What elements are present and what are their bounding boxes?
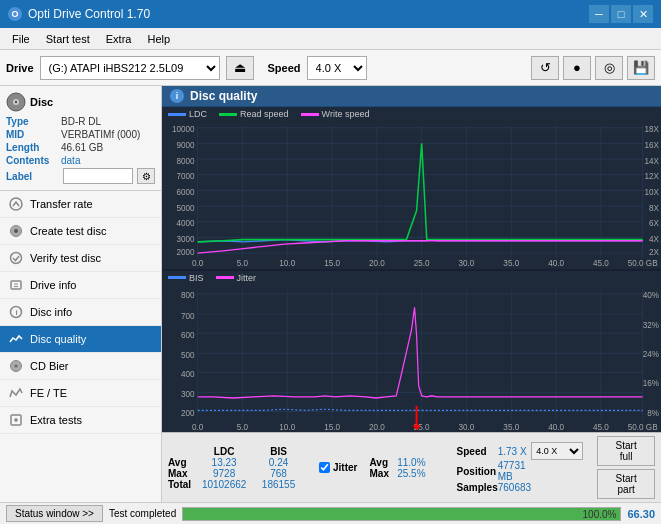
svg-text:45.0: 45.0 (593, 422, 609, 430)
disc-contents-row: Contents data (6, 155, 155, 166)
disc-icon (6, 92, 26, 112)
svg-text:35.0: 35.0 (503, 258, 519, 266)
disc-label-input[interactable] (63, 168, 133, 184)
jitter-max: 25.5% (397, 468, 442, 479)
refresh-button[interactable]: ↺ (531, 56, 559, 80)
sidebar-item-transfer-rate[interactable]: Transfer rate (0, 191, 161, 218)
svg-text:16%: 16% (643, 377, 660, 387)
score-value: 66.30 (627, 508, 655, 520)
svg-text:6000: 6000 (176, 187, 194, 197)
sidebar-item-fe-te[interactable]: FE / TE (0, 380, 161, 407)
create-test-disc-label: Create test disc (30, 225, 106, 237)
sidebar-item-cd-bier[interactable]: CD Bier (0, 353, 161, 380)
menu-help[interactable]: Help (139, 31, 178, 47)
progress-bar-container: 100.0% (182, 507, 621, 521)
menu-extra[interactable]: Extra (98, 31, 140, 47)
speed-select[interactable]: 4.0 X (307, 56, 367, 80)
cd-bier-icon (8, 358, 24, 374)
label-label: Label (6, 171, 59, 182)
position-val: 47731 MB (498, 460, 532, 482)
sidebar-item-drive-info[interactable]: Drive info (0, 272, 161, 299)
samples-label: Samples (457, 482, 498, 493)
svg-text:i: i (16, 308, 18, 317)
disc-info-label: Disc info (30, 306, 72, 318)
fe-te-icon (8, 385, 24, 401)
jitter-checkbox[interactable] (319, 462, 330, 473)
disc-label-row: Label ⚙ (6, 168, 155, 184)
sidebar-item-extra-tests[interactable]: Extra tests (0, 407, 161, 434)
extra-tests-label: Extra tests (30, 414, 82, 426)
chart1-svg: 10000 9000 8000 7000 6000 5000 4000 3000… (162, 121, 661, 267)
jitter-section: Jitter (319, 462, 357, 473)
svg-text:2X: 2X (649, 247, 659, 257)
svg-point-13 (15, 365, 18, 368)
burn-button[interactable]: ● (563, 56, 591, 80)
bis-legend-color (168, 276, 186, 279)
chart1-wrapper: LDC Read speed Write speed 10000 (162, 107, 661, 271)
disc-mid-row: MID VERBATIMf (000) (6, 129, 155, 140)
svg-text:10X: 10X (644, 187, 659, 197)
svg-text:600: 600 (181, 329, 195, 339)
svg-text:0.0: 0.0 (192, 258, 204, 266)
svg-text:5.0: 5.0 (237, 258, 249, 266)
menu-start-test[interactable]: Start test (38, 31, 98, 47)
close-button[interactable]: ✕ (633, 5, 653, 23)
sidebar-item-disc-info[interactable]: i Disc info (0, 299, 161, 326)
svg-text:800: 800 (181, 290, 195, 300)
ldc-avg: 13.23 (196, 457, 252, 468)
cd-bier-label: CD Bier (30, 360, 69, 372)
svg-text:14X: 14X (644, 155, 659, 165)
toolbar-icons: ↺ ● ◎ 💾 (531, 56, 655, 80)
verify-test-disc-label: Verify test disc (30, 252, 101, 264)
mid-label: MID (6, 129, 61, 140)
svg-rect-7 (11, 281, 21, 289)
bis-avg: 0.24 (252, 457, 305, 468)
total-label: Total (168, 479, 196, 490)
sidebar-item-create-test-disc[interactable]: Create test disc (0, 218, 161, 245)
ldc-total: 10102662 (196, 479, 252, 490)
status-window-button[interactable]: Status window >> (6, 505, 103, 522)
speed-dropdown[interactable]: 4.0 X (531, 442, 583, 460)
disc-quality-icon (8, 331, 24, 347)
action-buttons: Start full Start part (597, 436, 655, 499)
contents-value: data (61, 155, 80, 166)
menu-file[interactable]: File (4, 31, 38, 47)
main-area: Disc Type BD-R DL MID VERBATIMf (000) Le… (0, 86, 661, 502)
minimize-button[interactable]: ─ (589, 5, 609, 23)
speed-stat-label: Speed (457, 442, 498, 460)
save-button[interactable]: 💾 (627, 56, 655, 80)
start-part-button[interactable]: Start part (597, 469, 655, 499)
transfer-rate-icon (8, 196, 24, 212)
chart2-legend: BIS Jitter (162, 271, 661, 285)
erase-button[interactable]: ◎ (595, 56, 623, 80)
progress-bar-fill (183, 508, 620, 520)
sidebar-item-verify-test-disc[interactable]: Verify test disc (0, 245, 161, 272)
svg-text:35.0: 35.0 (503, 422, 519, 430)
svg-text:50.0 GB: 50.0 GB (628, 422, 658, 430)
maximize-button[interactable]: □ (611, 5, 631, 23)
jitter-avg-label: Avg (369, 457, 397, 468)
svg-text:10.0: 10.0 (279, 422, 295, 430)
drive-select[interactable]: (G:) ATAPI iHBS212 2.5L09 (40, 56, 220, 80)
svg-text:30.0: 30.0 (459, 258, 475, 266)
bis-legend: BIS (168, 273, 204, 283)
transfer-rate-label: Transfer rate (30, 198, 93, 210)
app-icon: O (8, 7, 22, 21)
write-speed-legend-label: Write speed (322, 109, 370, 119)
chart2-svg: 800 700 600 500 400 300 200 40% 32% 24% … (162, 285, 661, 431)
jitter-legend-label: Jitter (237, 273, 257, 283)
disc-label-button[interactable]: ⚙ (137, 168, 155, 184)
bis-legend-label: BIS (189, 273, 204, 283)
svg-text:5000: 5000 (176, 202, 194, 212)
disc-length-row: Length 46.61 GB (6, 142, 155, 153)
svg-text:6X: 6X (649, 218, 659, 228)
dq-icon: i (170, 89, 184, 103)
eject-button[interactable]: ⏏ (226, 56, 254, 80)
svg-text:8000: 8000 (176, 155, 194, 165)
start-full-button[interactable]: Start full (597, 436, 655, 466)
max-label: Max (168, 468, 196, 479)
length-label: Length (6, 142, 61, 153)
svg-text:10.0: 10.0 (279, 258, 295, 266)
sidebar-item-disc-quality[interactable]: Disc quality (0, 326, 161, 353)
jitter-max-label: Max (369, 468, 397, 479)
